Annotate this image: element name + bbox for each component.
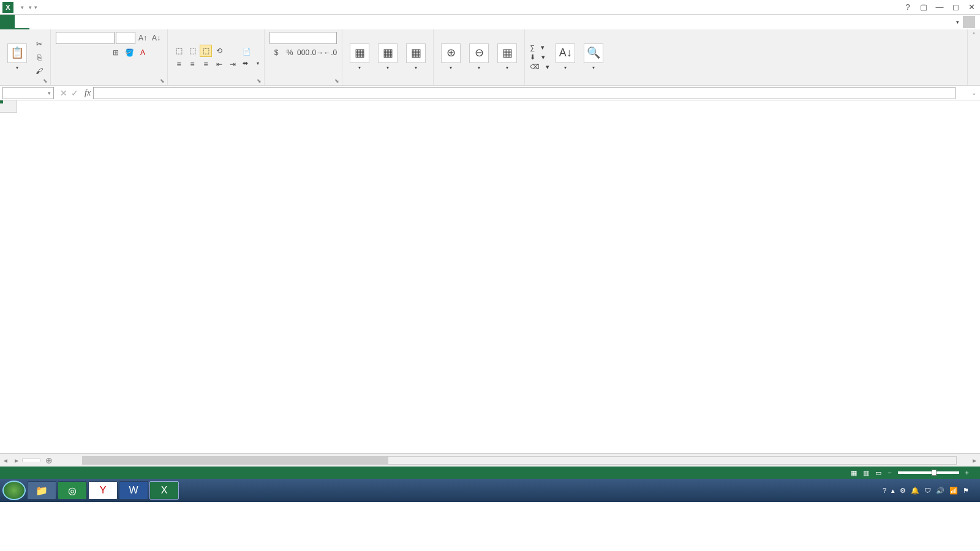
- qat-customize-icon[interactable]: ▾: [34, 4, 37, 10]
- expand-formula-bar-button[interactable]: ⌄: [968, 89, 980, 96]
- view-page-break-button[interactable]: ▭: [875, 469, 881, 477]
- select-all-corner[interactable]: [0, 100, 17, 113]
- tray-icon-3[interactable]: 🛡: [924, 487, 931, 494]
- status-bar: ▦ ▥ ▭ − +: [0, 467, 980, 479]
- number-format-combo[interactable]: [270, 32, 337, 44]
- tab-file[interactable]: [0, 15, 15, 29]
- align-center-button[interactable]: ≡: [186, 58, 198, 70]
- taskbar-explorer[interactable]: 📁: [27, 481, 56, 500]
- tray-flag-icon[interactable]: ⚑: [963, 487, 969, 495]
- taskbar-word[interactable]: W: [119, 481, 148, 500]
- help-button[interactable]: ?: [903, 2, 913, 12]
- decrease-decimal-button[interactable]: ←.0: [324, 47, 336, 59]
- clear-button[interactable]: ⌫ ▾: [530, 63, 549, 71]
- tab-review[interactable]: [88, 15, 103, 29]
- align-right-button[interactable]: ≡: [200, 58, 212, 70]
- italic-button[interactable]: [83, 47, 95, 59]
- borders-button[interactable]: ⊞: [110, 47, 122, 59]
- fx-icon[interactable]: fx: [82, 88, 93, 98]
- font-name-combo[interactable]: [56, 32, 115, 44]
- align-middle-button[interactable]: ⬚: [186, 45, 198, 57]
- view-page-layout-button[interactable]: ▥: [863, 469, 869, 477]
- align-top-button[interactable]: ⬚: [173, 45, 185, 57]
- taskbar-excel[interactable]: X: [149, 481, 179, 500]
- minimize-button[interactable]: —: [935, 2, 944, 12]
- tray-up-icon[interactable]: ▴: [891, 487, 895, 495]
- decrease-font-button[interactable]: A↓: [150, 32, 162, 44]
- tray-icon-2[interactable]: 🔔: [911, 487, 919, 495]
- tray-help-icon[interactable]: ?: [883, 487, 886, 494]
- view-normal-button[interactable]: ▦: [851, 469, 857, 477]
- scroll-right-button[interactable]: ▸: [969, 456, 980, 465]
- tab-formulas[interactable]: [59, 15, 74, 29]
- paste-button[interactable]: 📋 ▾: [5, 42, 29, 72]
- add-sheet-button[interactable]: ⊕: [40, 455, 58, 465]
- underline-button[interactable]: [96, 47, 108, 59]
- tab-home[interactable]: [15, 15, 29, 29]
- cell-styles-button[interactable]: ▦▾: [404, 42, 428, 72]
- redo-dropdown-icon[interactable]: ▾: [29, 4, 32, 10]
- close-button[interactable]: ✕: [967, 2, 976, 12]
- cut-button[interactable]: ✂: [33, 38, 45, 50]
- percent-button[interactable]: %: [284, 47, 296, 59]
- name-box[interactable]: ▾: [2, 87, 54, 99]
- zoom-out-button[interactable]: −: [888, 469, 891, 476]
- worksheet-area[interactable]: [0, 100, 980, 453]
- sheet-nav-next[interactable]: ▸: [11, 456, 22, 465]
- orientation-button[interactable]: ⟲: [213, 45, 225, 57]
- zoom-slider[interactable]: [898, 471, 959, 474]
- maximize-button[interactable]: ◻: [951, 2, 960, 12]
- start-button[interactable]: [2, 481, 26, 500]
- sheet-tab-1[interactable]: [22, 459, 40, 462]
- system-tray[interactable]: ? ▴ ⚙ 🔔 🛡 🔊 📶 ⚑: [878, 487, 978, 495]
- tab-insert[interactable]: [29, 15, 44, 29]
- thousands-button[interactable]: 000: [297, 47, 309, 59]
- insert-cells-button[interactable]: ⊕▾: [439, 42, 463, 72]
- autosum-button[interactable]: ∑ ▾: [530, 43, 549, 51]
- format-cells-button[interactable]: ▦▾: [495, 42, 519, 72]
- taskbar-app-1[interactable]: ◎: [58, 481, 87, 500]
- cancel-formula-button[interactable]: ✕: [60, 88, 67, 98]
- delete-icon: ⊖: [469, 43, 489, 63]
- currency-button[interactable]: $: [270, 47, 282, 59]
- fill-button[interactable]: ⬇ ▾: [530, 53, 549, 61]
- horizontal-scrollbar[interactable]: [82, 456, 957, 465]
- format-painter-button[interactable]: 🖌: [33, 65, 45, 77]
- user-area[interactable]: ▾: [952, 15, 980, 29]
- increase-indent-button[interactable]: ⇥: [227, 58, 239, 70]
- decrease-indent-button[interactable]: ⇤: [213, 58, 225, 70]
- sheet-tab-bar: ◂ ▸ ⊕ ▸: [0, 453, 980, 467]
- copy-button[interactable]: ⎘: [33, 51, 45, 64]
- align-left-button[interactable]: ≡: [173, 58, 185, 70]
- sheet-nav-prev[interactable]: ◂: [0, 456, 11, 465]
- font-color-button[interactable]: A: [137, 47, 149, 59]
- font-size-combo[interactable]: [116, 32, 135, 44]
- tray-volume-icon[interactable]: 🔊: [936, 487, 944, 495]
- zoom-in-button[interactable]: +: [965, 469, 969, 476]
- increase-decimal-button[interactable]: .0→: [311, 47, 323, 59]
- increase-font-button[interactable]: A↑: [137, 32, 149, 44]
- undo-dropdown-icon[interactable]: ▾: [21, 4, 24, 10]
- enter-formula-button[interactable]: ✓: [71, 88, 78, 98]
- conditional-formatting-button[interactable]: ▦▾: [347, 42, 372, 72]
- find-icon: 🔍: [584, 43, 603, 63]
- align-bottom-button[interactable]: ⬚: [200, 45, 212, 57]
- fill-color-button[interactable]: 🪣: [123, 47, 135, 59]
- sort-filter-button[interactable]: A↓▾: [553, 42, 578, 72]
- tab-data[interactable]: [74, 15, 88, 29]
- wrap-text-button[interactable]: 📄: [243, 48, 259, 56]
- tray-network-icon[interactable]: 📶: [949, 487, 958, 495]
- tab-page-layout[interactable]: [44, 15, 59, 29]
- merge-center-button[interactable]: ⬌ ▾: [243, 59, 259, 67]
- tab-view[interactable]: [103, 15, 118, 29]
- find-select-button[interactable]: 🔍▾: [581, 42, 606, 72]
- formula-bar[interactable]: [93, 87, 956, 99]
- bold-button[interactable]: [69, 47, 81, 59]
- ribbon-options-button[interactable]: ▢: [919, 2, 929, 12]
- group-label-alignment: ⬊: [173, 83, 259, 84]
- delete-cells-button[interactable]: ⊖▾: [467, 42, 491, 72]
- collapse-ribbon-button[interactable]: ˄: [968, 29, 980, 85]
- format-as-table-button[interactable]: ▦▾: [375, 42, 400, 72]
- tray-icon-1[interactable]: ⚙: [900, 487, 906, 495]
- taskbar-browser[interactable]: Y: [88, 481, 118, 500]
